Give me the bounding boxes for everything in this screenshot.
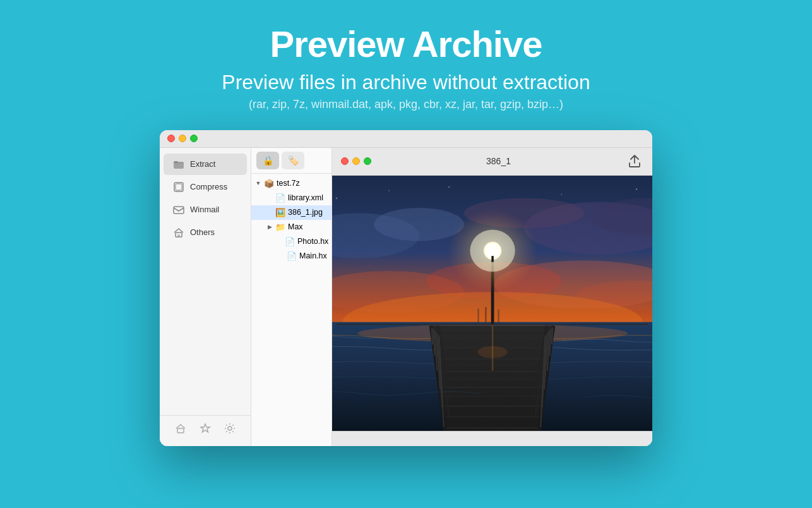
app-title: Preview Archive (222, 24, 590, 64)
sidebar-home-icon[interactable] (174, 422, 187, 435)
file-tree: ▼ 📦 test.7z ▶ 📄 library.xml ▶ 🖼️ 386_1. (251, 174, 331, 446)
traffic-lights (167, 135, 198, 142)
svg-rect-4 (174, 207, 184, 214)
tree-item-main-hx[interactable]: ▶ 📄 Main.hx (251, 249, 331, 263)
title-bar (160, 130, 652, 148)
preview-image-area (332, 176, 652, 431)
preview-bottom-bar (332, 431, 652, 446)
mail-icon (172, 203, 185, 216)
tree-item-library-xml[interactable]: ▶ 📄 library.xml (251, 191, 331, 205)
preview-filename-title: 386_1 (486, 156, 511, 166)
svg-point-71 (388, 190, 390, 191)
root-filename: test.7z (277, 179, 300, 188)
svg-point-69 (477, 346, 508, 358)
svg-rect-7 (177, 428, 184, 433)
svg-rect-67 (477, 308, 479, 325)
preview-minimize-btn[interactable] (352, 157, 360, 165)
jpg-filename-label: 386_1.jpg (288, 208, 323, 217)
folder-expand-icon: ▶ (266, 224, 273, 230)
tree-item-386-jpg[interactable]: ▶ 🖼️ 386_1.jpg (251, 205, 331, 220)
close-button[interactable] (167, 135, 175, 142)
preview-maximize-btn[interactable] (364, 157, 371, 165)
preview-titlebar: 386_1 (332, 148, 652, 176)
svg-rect-3 (176, 184, 182, 190)
file-panel-toolbar: 🔒 🏷️ (251, 148, 331, 174)
svg-rect-6 (177, 234, 180, 237)
svg-rect-1 (174, 161, 178, 163)
jpg-file-icon: 🖼️ (275, 208, 285, 217)
home-icon (172, 226, 185, 239)
expand-icon: ▼ (255, 180, 261, 186)
sidebar-others-label: Others (190, 227, 215, 237)
preview-close-btn[interactable] (341, 157, 349, 165)
sidebar-gear-icon[interactable] (224, 422, 236, 435)
hx-file-icon1: 📄 (285, 237, 295, 246)
sidebar-winmail-label: Winmail (190, 205, 219, 214)
maximize-button[interactable] (190, 135, 198, 142)
svg-rect-66 (498, 309, 499, 325)
window-body: Extract Compress Winma (160, 148, 652, 446)
toolbar-btn-1[interactable]: 🔒 (256, 152, 279, 169)
minimize-button[interactable] (179, 135, 186, 142)
tree-item-root[interactable]: ▼ 📦 test.7z (251, 176, 331, 191)
svg-line-45 (432, 327, 433, 344)
hx-file-icon2: 📄 (287, 251, 297, 261)
xml-file-icon: 📄 (275, 193, 285, 203)
preview-traffic-lights (341, 157, 371, 165)
share-button[interactable] (626, 152, 643, 170)
sidebar: Extract Compress Winma (160, 148, 251, 446)
sidebar-item-winmail[interactable]: Winmail (164, 199, 247, 221)
preview-panel: 386_1 (332, 148, 652, 446)
sidebar-item-extract[interactable]: Extract (164, 154, 247, 175)
toolbar-btn-2[interactable]: 🏷️ (282, 152, 304, 169)
mac-window: Extract Compress Winma (160, 130, 652, 446)
sidebar-item-compress[interactable]: Compress (164, 176, 247, 198)
sidebar-compress-label: Compress (190, 182, 227, 191)
svg-line-51 (552, 327, 552, 344)
folder-icon (172, 158, 185, 171)
sidebar-item-others[interactable]: Others (164, 222, 247, 243)
svg-rect-65 (485, 307, 486, 325)
library-xml-label: library.xml (288, 193, 323, 202)
svg-point-72 (448, 186, 450, 187)
subtitle: Preview files in archive without extract… (222, 71, 590, 94)
sidebar-extract-label: Extract (190, 159, 215, 169)
svg-point-8 (228, 426, 232, 430)
main-hx-label: Main.hx (299, 251, 327, 260)
sidebar-star-icon[interactable] (199, 422, 212, 435)
formats-text: (rar, zip, 7z, winmail.dat, apk, pkg, cb… (222, 98, 590, 111)
tree-item-max-folder[interactable]: ▶ 📁 Max (251, 220, 331, 234)
svg-point-74 (636, 188, 637, 190)
file-panel: 🔒 🏷️ ▼ 📦 test.7z ▶ 📄 library.xml (251, 148, 332, 446)
header-section: Preview Archive Preview files in archive… (222, 0, 590, 111)
max-folder-label: Max (288, 222, 303, 231)
svg-point-73 (561, 194, 562, 195)
compress-icon (172, 181, 185, 193)
photo-hx-label: Photo.hx (297, 237, 328, 246)
folder-file-icon: 📁 (275, 222, 285, 232)
tree-item-photo-hx[interactable]: ▶ 📄 Photo.hx (251, 234, 331, 249)
sidebar-footer (160, 415, 251, 441)
svg-point-70 (336, 197, 337, 198)
archive-file-icon: 📦 (264, 179, 274, 188)
